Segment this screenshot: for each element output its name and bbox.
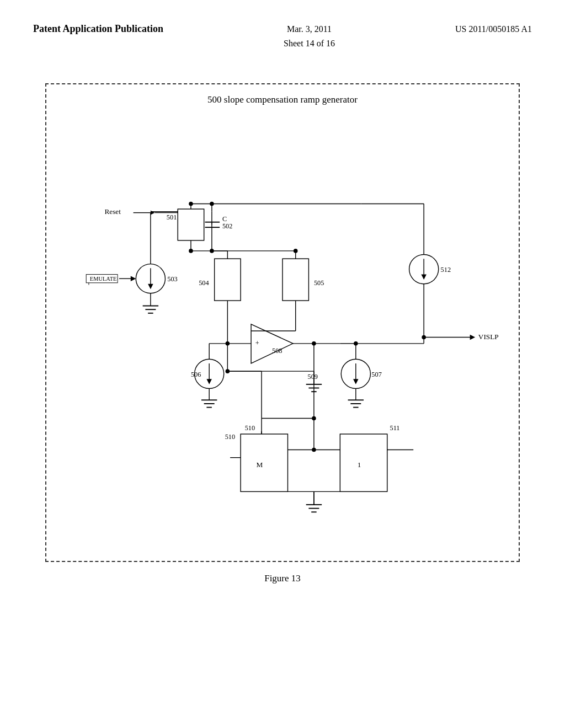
circuit-diagram: 501 C 502 Reset bbox=[57, 95, 508, 548]
svg-rect-110 bbox=[241, 434, 287, 491]
circuit-title: 500 slope compensation ramp generator bbox=[207, 94, 358, 105]
svg-text:510: 510 bbox=[245, 425, 255, 432]
main-content: 500 slope compensation ramp generator 50… bbox=[0, 50, 565, 584]
header-right: US 2011/0050185 A1 bbox=[455, 22, 532, 36]
svg-text:505: 505 bbox=[314, 279, 324, 287]
svg-text:501: 501 bbox=[167, 213, 177, 221]
svg-text:511: 511 bbox=[390, 425, 400, 432]
svg-point-50 bbox=[189, 249, 193, 253]
svg-text:509: 509 bbox=[308, 373, 318, 381]
svg-text:Reset: Reset bbox=[104, 208, 121, 216]
page-header: Patent Application Publication Mar. 3, 2… bbox=[0, 0, 565, 50]
svg-text:504: 504 bbox=[199, 279, 209, 287]
svg-text:508: 508 bbox=[272, 347, 282, 355]
svg-point-57 bbox=[294, 249, 298, 253]
figure-caption: Figure 13 bbox=[264, 573, 301, 584]
patent-number: US 2011/0050185 A1 bbox=[455, 22, 532, 36]
header-sheet: Sheet 14 of 16 bbox=[284, 39, 335, 48]
svg-marker-35 bbox=[131, 276, 136, 281]
svg-text:510: 510 bbox=[225, 433, 236, 441]
svg-text:+: + bbox=[255, 339, 259, 347]
svg-text:506: 506 bbox=[191, 371, 201, 378]
svg-text:VISLP: VISLP bbox=[478, 333, 499, 341]
svg-text:503: 503 bbox=[167, 275, 178, 283]
svg-text:502: 502 bbox=[222, 222, 233, 230]
svg-marker-17 bbox=[151, 211, 155, 215]
svg-point-71 bbox=[312, 341, 316, 346]
circuit-box: 500 slope compensation ramp generator 50… bbox=[45, 83, 520, 562]
svg-point-13 bbox=[210, 202, 214, 206]
svg-rect-45 bbox=[215, 259, 241, 301]
svg-point-14 bbox=[189, 202, 193, 206]
svg-point-56 bbox=[210, 249, 214, 253]
svg-point-125 bbox=[226, 370, 230, 374]
svg-rect-113 bbox=[340, 434, 387, 491]
svg-text:512: 512 bbox=[441, 266, 451, 274]
svg-text:C: C bbox=[222, 215, 227, 223]
svg-text:EMULATE: EMULATE bbox=[90, 276, 117, 282]
svg-rect-0 bbox=[178, 209, 204, 240]
publication-title: Patent Application Publication bbox=[33, 22, 163, 36]
svg-text:1: 1 bbox=[358, 461, 361, 469]
header-date: Mar. 3, 2011 bbox=[287, 24, 332, 34]
svg-rect-51 bbox=[282, 259, 308, 301]
header-center: Mar. 3, 2011 Sheet 14 of 16 bbox=[284, 22, 335, 50]
svg-text:507: 507 bbox=[371, 371, 382, 378]
svg-marker-26 bbox=[470, 335, 475, 340]
svg-text:M: M bbox=[257, 461, 263, 469]
